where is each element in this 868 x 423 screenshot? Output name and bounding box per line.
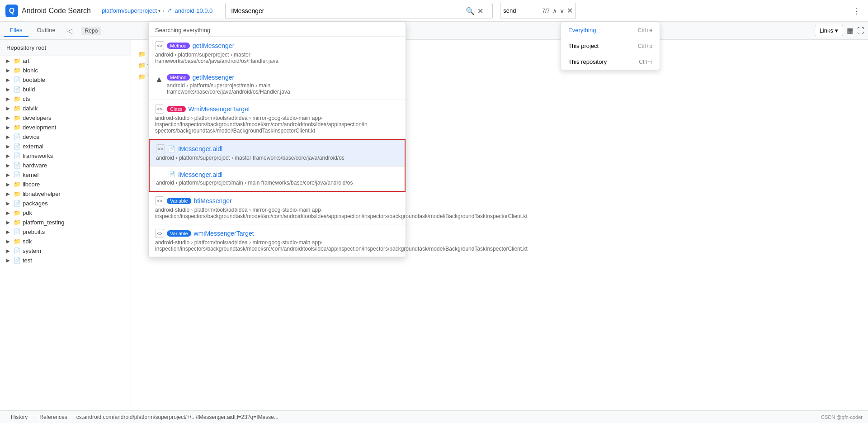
tree-item-developers[interactable]: ▶ 📁 developers — [0, 113, 131, 123]
search-icon[interactable]: 🔍 — [466, 6, 475, 15]
search-result-3[interactable]: <> Class WmiMessengerTarget android-stud… — [149, 100, 406, 139]
search-result-1[interactable]: <> Method getIMessenger android › platfo… — [149, 37, 406, 69]
breadcrumb-item-branch[interactable]: ⎇ android-10.0.0 — [166, 7, 212, 14]
result-path: android › platform/superproject/main › m… — [167, 82, 399, 89]
tree-item-external[interactable]: ▶ 📄 external — [0, 142, 131, 151]
tab-files[interactable]: Files — [4, 24, 28, 37]
tree-item-build[interactable]: ▶ 📄 build — [0, 85, 131, 94]
code-icon: <> — [155, 229, 164, 238]
breadcrumb-item-project[interactable]: platform/superproject ▾ — [102, 7, 160, 14]
bottom-tab-references[interactable]: References — [34, 413, 72, 421]
clear-search-icon[interactable]: ✕ — [477, 6, 483, 15]
logo-icon: Q — [5, 5, 18, 17]
tree-item-kernel[interactable]: ▶ 📄 kernel — [0, 170, 131, 180]
search-result-5[interactable]: 📄 IMessenger.aidl android › platform/sup… — [150, 166, 405, 191]
scope-dropdown: Everything Ctrl+e This project Ctrl+p Th… — [561, 22, 660, 70]
folder-icon: 📁 — [14, 124, 21, 131]
tree-label: development — [23, 124, 56, 131]
tree-item-libcore[interactable]: ▶ 📁 libcore — [0, 180, 131, 189]
highlighted-results-group: <> 📄 IMessenger.aidl android › platform/… — [149, 139, 406, 192]
app-logo[interactable]: Q Android Code Search — [5, 5, 91, 17]
tree-label: packages — [23, 200, 48, 207]
search-bar-wrapper: 🔍 ✕ — [225, 3, 493, 19]
collapse-panel-button[interactable]: ◁ — [64, 25, 76, 36]
tree-item-dalvik[interactable]: ▶ 📁 dalvik — [0, 104, 131, 113]
tree-item-development[interactable]: ▶ 📁 development — [0, 123, 131, 132]
tab-outline[interactable]: Outline — [30, 24, 61, 37]
scope-label: This project — [568, 43, 599, 49]
result-file: frameworks/base/core/java/android/os/Han… — [155, 58, 399, 64]
result-file: frameworks/base/core/java/android/os/Han… — [167, 89, 399, 95]
folder-icon: 📁 — [14, 181, 21, 188]
search-input[interactable] — [225, 3, 493, 19]
more-options-button[interactable]: ⋮ — [851, 4, 863, 18]
folder-icon: 📄 — [14, 228, 21, 235]
code-icon: <> — [155, 196, 164, 205]
search-result-7[interactable]: <> Variable wmiMessengerTarget android-s… — [149, 224, 406, 257]
arrow-icon: ▶ — [6, 87, 12, 92]
result-path: android › platform/superproject › master — [155, 52, 399, 58]
file-icon: 📄 — [168, 171, 175, 178]
links-label: Links — [820, 27, 833, 34]
search-result-6[interactable]: <> Variable btiMessenger android-studio … — [149, 192, 406, 224]
tree-label: hardware — [23, 162, 47, 169]
search-dropdown: Searching everything <> Method getIMesse… — [148, 22, 406, 257]
tree-item-test[interactable]: ▶ 📄 test — [0, 256, 131, 265]
folder-icon: 📁 — [14, 57, 21, 64]
tree-item-frameworks[interactable]: ▶ 📄 frameworks — [0, 151, 131, 161]
bottom-tab-history[interactable]: History — [5, 413, 33, 421]
scope-item-everything[interactable]: Everything Ctrl+e — [561, 22, 660, 38]
tree-item-bionic[interactable]: ▶ 📁 bionic — [0, 66, 131, 75]
tree-item-packages[interactable]: ▶ 📄 packages — [0, 199, 131, 208]
result-path: android › platform/superproject/main › m… — [156, 180, 398, 186]
sidebar: Repository root ▶ 📁 art ▶ 📁 bionic ▶ 📄 b… — [0, 40, 131, 423]
find-prev-button[interactable]: ∧ — [552, 7, 557, 14]
search-result-4[interactable]: <> 📄 IMessenger.aidl android › platform/… — [150, 140, 405, 166]
tree-item-art[interactable]: ▶ 📁 art — [0, 56, 131, 66]
result-title-row: <> Method getIMessenger — [155, 41, 399, 50]
tree-label: test — [23, 257, 32, 264]
tree-item-system[interactable]: ▶ 📄 system — [0, 246, 131, 256]
result-title-row: <> Variable wmiMessengerTarget — [155, 229, 399, 238]
bottom-bar: History References cs.android.com/androi… — [0, 410, 868, 423]
breadcrumb-dropdown-icon: ▾ — [158, 8, 160, 13]
find-close-button[interactable]: ✕ — [567, 6, 573, 15]
tree-item-device[interactable]: ▶ 📄 device — [0, 132, 131, 142]
tree-label: libnativehelper — [23, 190, 61, 197]
search-result-2[interactable]: ▲ Method getIMessenger android › platfor… — [149, 69, 406, 100]
scope-item-project[interactable]: This project Ctrl+p — [561, 38, 660, 54]
tree-item-sdk[interactable]: ▶ 📁 sdk — [0, 237, 131, 246]
result-name: wmiMessengerTarget — [194, 230, 254, 237]
layout-button[interactable]: ▦ — [847, 26, 854, 35]
find-input[interactable] — [503, 7, 539, 14]
tree-label: external — [23, 143, 43, 150]
code-icon: <> — [155, 41, 164, 50]
arrow-icon: ▶ — [6, 106, 12, 111]
tree-item-pdk[interactable]: ▶ 📁 pdk — [0, 208, 131, 218]
expand-button[interactable]: ⛶ — [857, 27, 864, 35]
folder-icon: 📄 — [14, 247, 21, 254]
arrow-icon: ▶ — [6, 144, 12, 149]
links-button[interactable]: Links ▾ — [815, 25, 843, 36]
tree-label: pdk — [23, 209, 32, 216]
folder-icon: 📁 — [14, 238, 21, 245]
scope-shortcut: Ctrl+p — [638, 43, 652, 49]
tree-item-hardware[interactable]: ▶ 📄 hardware — [0, 161, 131, 170]
folder-icon: 📄 — [14, 171, 21, 178]
arrow-icon: ▶ — [6, 210, 12, 215]
tree-item-libnativehelper[interactable]: ▶ 📁 libnativehelper — [0, 189, 131, 199]
tree-item-bootable[interactable]: ▶ 📄 bootable — [0, 75, 131, 85]
arrow-icon: ▶ — [6, 96, 12, 101]
folder-icon: 📁 — [14, 209, 21, 216]
arrow-icon: ▶ — [6, 239, 12, 244]
find-next-button[interactable]: ∨ — [560, 7, 564, 14]
bottom-bar-watermark: CSDN @qfn-coder — [821, 414, 863, 420]
folder-icon: 📄 — [14, 86, 21, 93]
collapse-icon[interactable]: ▲ — [155, 75, 163, 84]
tree-item-platform-testing[interactable]: ▶ 📁 platform_testing — [0, 218, 131, 227]
tree-item-cts[interactable]: ▶ 📁 cts — [0, 94, 131, 104]
tree-item-prebuilts[interactable]: ▶ 📄 prebuilts — [0, 227, 131, 237]
arrow-icon: ▶ — [6, 68, 12, 73]
scope-item-repository[interactable]: This repository Ctrl+r — [561, 54, 660, 70]
repo-badge: Repo — [81, 27, 102, 35]
